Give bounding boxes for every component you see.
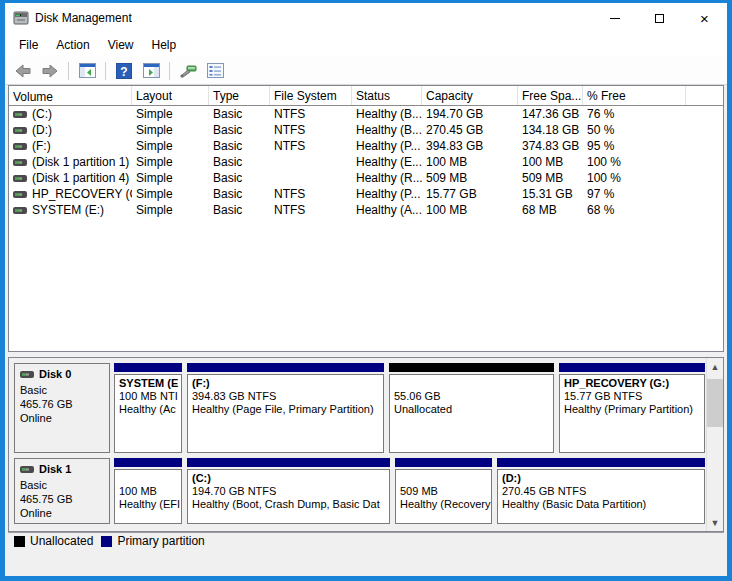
disk-icon: [20, 466, 34, 473]
partition-stripe: [497, 458, 705, 467]
minimize-icon: [610, 18, 620, 19]
layout-cell: Simple: [132, 139, 209, 153]
partition-hp-recovery-g[interactable]: HP_RECOVERY (G:) 15.77 GB NTFS Healthy (…: [559, 363, 705, 453]
disk-0-info-box[interactable]: Disk 0 Basic 465.76 GB Online: [14, 363, 110, 453]
table-row[interactable]: (F:) Simple Basic NTFS Healthy (P... 394…: [9, 138, 723, 154]
svg-text:?: ?: [120, 64, 127, 78]
pct-cell: 76 %: [583, 107, 686, 121]
forward-button[interactable]: [38, 60, 62, 82]
volume-list: Volume Layout Type File System Status Ca…: [8, 85, 724, 352]
menu-item-file[interactable]: File: [10, 35, 47, 55]
fs-cell: NTFS: [270, 123, 352, 137]
legend-item-primary-partition: Primary partition: [101, 534, 204, 548]
layout-cell: Simple: [132, 187, 209, 201]
partition-status: Healthy (Boot, Crash Dump, Basic Dat: [192, 498, 389, 511]
column-header-capacity[interactable]: Capacity: [422, 86, 518, 105]
table-row[interactable]: HP_RECOVERY (G:) Simple Basic NTFS Healt…: [9, 186, 723, 202]
disk-1-info-box[interactable]: Disk 1 Basic 465.75 GB Online: [14, 458, 110, 524]
partition-title: [400, 472, 491, 485]
menu-item-view[interactable]: View: [99, 35, 143, 55]
partition-efi[interactable]: 100 MB Healthy (EFI: [114, 458, 182, 524]
table-row[interactable]: (D:) Simple Basic NTFS Healthy (B... 270…: [9, 122, 723, 138]
show-action-pane-button[interactable]: [139, 60, 163, 82]
capacity-cell: 270.45 GB: [422, 123, 518, 137]
scroll-down-button[interactable]: ▼: [707, 514, 724, 531]
window-title: Disk Management: [35, 11, 132, 25]
fs-cell: NTFS: [270, 107, 352, 121]
scrollbar-thumb[interactable]: [707, 379, 724, 427]
graphical-view: Disk 0 Basic 465.76 GB Online SYSTEM (E …: [8, 357, 724, 532]
titlebar[interactable]: Disk Management ×: [5, 3, 727, 33]
column-header-volume[interactable]: Volume: [9, 86, 132, 105]
table-row[interactable]: (Disk 1 partition 4) Simple Basic Health…: [9, 170, 723, 186]
partition-system-e[interactable]: SYSTEM (E 100 MB NTI Healthy (Ac: [114, 363, 182, 453]
disk-tools-button[interactable]: [176, 60, 200, 82]
status-cell: Healthy (B...: [352, 123, 422, 137]
pct-cell: 100 %: [583, 155, 686, 169]
drive-icon: [13, 111, 27, 118]
legend-label: Unallocated: [30, 534, 93, 548]
table-row[interactable]: (C:) Simple Basic NTFS Healthy (B... 194…: [9, 106, 723, 122]
legend-label: Primary partition: [117, 534, 204, 548]
status-cell: Healthy (R...: [352, 171, 422, 185]
back-icon: [15, 64, 31, 78]
free-cell: 147.36 GB: [518, 107, 583, 121]
capacity-cell: 394.83 GB: [422, 139, 518, 153]
column-header-free-space[interactable]: Free Spa...: [518, 86, 583, 105]
menu-item-help[interactable]: Help: [143, 35, 186, 55]
partition-f[interactable]: (F:) 394.83 GB NTFS Healthy (Page File, …: [187, 363, 384, 453]
status-cell: Healthy (P...: [352, 139, 422, 153]
toolbar-separator: [68, 62, 69, 80]
close-button[interactable]: ×: [682, 3, 727, 33]
layout-cell: Simple: [132, 107, 209, 121]
help-icon: ?: [116, 63, 132, 79]
scroll-up-button[interactable]: ▲: [707, 358, 724, 375]
properties-button[interactable]: [203, 60, 227, 82]
table-row[interactable]: SYSTEM (E:) Simple Basic NTFS Healthy (A…: [9, 202, 723, 218]
show-console-tree-button[interactable]: [75, 60, 99, 82]
scrollbar-track[interactable]: [707, 375, 723, 514]
vertical-scrollbar[interactable]: ▲ ▼: [706, 358, 723, 531]
column-header-file-system[interactable]: File System: [270, 86, 352, 105]
capacity-cell: 509 MB: [422, 171, 518, 185]
column-header-type[interactable]: Type: [209, 86, 270, 105]
disk-name: Disk 1: [39, 462, 71, 476]
table-row[interactable]: (Disk 1 partition 1) Simple Basic Health…: [9, 154, 723, 170]
partition-title: (F:): [192, 377, 383, 390]
partition-title: (D:): [502, 472, 704, 485]
column-header-status[interactable]: Status: [352, 86, 422, 105]
help-button[interactable]: ?: [112, 60, 136, 82]
fs-cell: NTFS: [270, 203, 352, 217]
disk-0-row: Disk 0 Basic 465.76 GB Online SYSTEM (E …: [14, 363, 706, 453]
unallocated-swatch: [14, 536, 25, 547]
partition-recovery[interactable]: 509 MB Healthy (Recovery: [395, 458, 492, 524]
legend-item-unallocated: Unallocated: [14, 534, 93, 548]
status-cell: Healthy (B...: [352, 107, 422, 121]
volume-name: (C:): [32, 107, 52, 121]
capacity-cell: 100 MB: [422, 155, 518, 169]
menu-item-action[interactable]: Action: [47, 35, 98, 55]
layout-cell: Simple: [132, 155, 209, 169]
forward-icon: [42, 64, 58, 78]
back-button[interactable]: [11, 60, 35, 82]
console-tree-icon: [79, 63, 96, 78]
fs-cell: NTFS: [270, 187, 352, 201]
volume-name: (F:): [32, 139, 51, 153]
partition-unallocated[interactable]: 55.06 GB Unallocated: [389, 363, 554, 453]
pct-cell: 50 %: [583, 123, 686, 137]
partition-title: HP_RECOVERY (G:): [564, 377, 704, 390]
toolbar-separator: [105, 62, 106, 80]
column-header-pct-free[interactable]: % Free: [583, 86, 686, 105]
partition-stripe: [114, 363, 182, 372]
partition-status: Healthy (Primary Partition): [564, 403, 704, 416]
column-header-layout[interactable]: Layout: [132, 86, 209, 105]
drive-icon: [13, 143, 27, 150]
free-cell: 15.31 GB: [518, 187, 583, 201]
drive-icon: [13, 175, 27, 182]
partition-stripe: [559, 363, 705, 372]
minimize-button[interactable]: [592, 3, 637, 33]
partition-d[interactable]: (D:) 270.45 GB NTFS Healthy (Basic Data …: [497, 458, 705, 524]
partition-c[interactable]: (C:) 194.70 GB NTFS Healthy (Boot, Crash…: [187, 458, 390, 524]
maximize-button[interactable]: [637, 3, 682, 33]
disk-size: 465.75 GB: [20, 492, 104, 506]
